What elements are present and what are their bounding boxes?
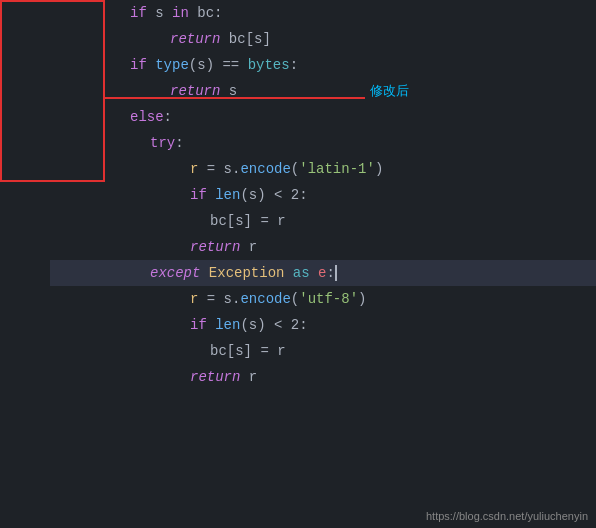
watermark: https://blog.csdn.net/yuliuchenyin: [426, 510, 588, 522]
code-line: bc[s] = r: [50, 338, 596, 364]
var-r: r: [190, 286, 198, 312]
keyword-else: else: [130, 104, 164, 130]
string-latin1: 'latin-1': [299, 156, 375, 182]
fn-len: len: [215, 312, 240, 338]
annotation-label: 修改后: [370, 82, 409, 100]
var-r: r: [190, 156, 198, 182]
keyword-try: try: [150, 130, 175, 156]
keyword-return: return: [170, 26, 220, 52]
code-line: if len (s) < 2:: [50, 182, 596, 208]
code-line: if len (s) < 2:: [50, 312, 596, 338]
code-line: return r: [50, 364, 596, 390]
string-utf8: 'utf-8': [299, 286, 358, 312]
exception-var: e: [318, 260, 326, 286]
keyword-return: return: [190, 234, 240, 260]
fn-encode: encode: [240, 156, 290, 182]
keyword-in: in: [172, 0, 189, 26]
keyword-as: as: [293, 260, 310, 286]
type-bytes: bytes: [248, 52, 290, 78]
annotation-arrow: [105, 97, 365, 99]
builtin-type: type: [155, 52, 189, 78]
code-line: else :: [50, 104, 596, 130]
code-line: try :: [50, 130, 596, 156]
keyword-if: if: [190, 312, 207, 338]
keyword-if: if: [190, 182, 207, 208]
code-line: bc[s] = r: [50, 208, 596, 234]
keyword: if: [130, 0, 147, 26]
keyword-return: return: [190, 364, 240, 390]
code-line: r = s. encode ( 'latin-1' ): [50, 156, 596, 182]
code-line: return r: [50, 234, 596, 260]
code-line: if type (s) == bytes :: [50, 52, 596, 78]
code-line: return s: [50, 78, 596, 104]
code-editor: 修改后 if s in bc: return bc[s] if type (s)…: [0, 0, 596, 528]
text-cursor: [335, 265, 337, 281]
code-line: r = s. encode ( 'utf-8' ): [50, 286, 596, 312]
code-area: if s in bc: return bc[s] if type (s) == …: [40, 0, 596, 528]
keyword-if: if: [130, 52, 147, 78]
code-line: if s in bc:: [50, 0, 596, 26]
keyword-return: return: [170, 78, 220, 104]
exception-class: Exception: [209, 260, 285, 286]
keyword-except: except: [150, 260, 200, 286]
code-line-active: except Exception as e :: [50, 260, 596, 286]
code-line: return bc[s]: [50, 26, 596, 52]
fn-encode: encode: [240, 286, 290, 312]
fn-len: len: [215, 182, 240, 208]
